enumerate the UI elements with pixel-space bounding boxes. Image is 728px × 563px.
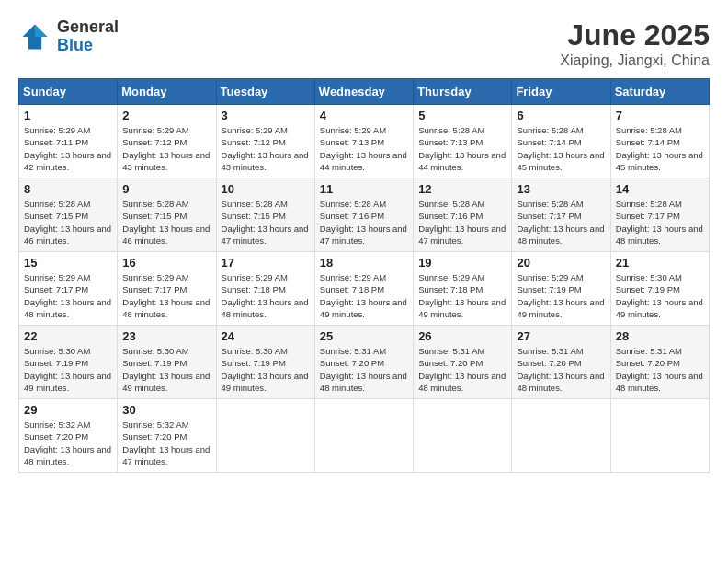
- day-number: 22: [24, 329, 112, 343]
- calendar-cell: 10Sunrise: 5:28 AMSunset: 7:15 PMDayligh…: [216, 178, 314, 252]
- calendar-cell: 21Sunrise: 5:30 AMSunset: 7:19 PMDayligh…: [610, 252, 709, 326]
- calendar-table: Sunday Monday Tuesday Wednesday Thursday…: [18, 78, 710, 473]
- svg-marker-1: [35, 24, 48, 37]
- calendar-cell: [414, 399, 512, 473]
- sunset-text: Sunset: 7:19 PM: [24, 358, 88, 368]
- day-info: Sunrise: 5:29 AMSunset: 7:13 PMDaylight:…: [320, 124, 408, 173]
- sunrise-text: Sunrise: 5:29 AM: [418, 272, 484, 282]
- day-info: Sunrise: 5:28 AMSunset: 7:15 PMDaylight:…: [122, 198, 210, 247]
- sunrise-text: Sunrise: 5:29 AM: [24, 272, 90, 282]
- sunrise-text: Sunrise: 5:32 AM: [122, 419, 188, 430]
- logo-blue: Blue: [57, 37, 119, 55]
- calendar-cell: [314, 399, 413, 473]
- day-number: 14: [616, 182, 704, 196]
- day-number: 16: [122, 256, 210, 270]
- daylight-text: Daylight: 13 hours and 48 minutes.: [122, 297, 210, 319]
- day-number: 30: [122, 403, 210, 417]
- calendar-cell: 14Sunrise: 5:28 AMSunset: 7:17 PMDayligh…: [610, 178, 709, 252]
- sunrise-text: Sunrise: 5:28 AM: [418, 199, 484, 209]
- day-info: Sunrise: 5:29 AMSunset: 7:17 PMDaylight:…: [24, 271, 112, 320]
- sunrise-text: Sunrise: 5:28 AM: [24, 199, 90, 209]
- sunrise-text: Sunrise: 5:29 AM: [222, 272, 288, 282]
- sunset-text: Sunset: 7:18 PM: [418, 284, 483, 294]
- calendar-week-1: 1Sunrise: 5:29 AMSunset: 7:11 PMDaylight…: [19, 105, 710, 178]
- day-info: Sunrise: 5:28 AMSunset: 7:14 PMDaylight:…: [616, 124, 704, 173]
- day-info: Sunrise: 5:28 AMSunset: 7:16 PMDaylight:…: [418, 198, 506, 247]
- col-saturday: Saturday: [610, 79, 709, 105]
- sunset-text: Sunset: 7:13 PM: [418, 137, 483, 147]
- sunset-text: Sunset: 7:16 PM: [418, 211, 483, 221]
- calendar-cell: 25Sunrise: 5:31 AMSunset: 7:20 PMDayligh…: [314, 326, 413, 399]
- day-number: 18: [320, 256, 408, 270]
- sunset-text: Sunset: 7:18 PM: [222, 284, 286, 294]
- calendar-week-4: 22Sunrise: 5:30 AMSunset: 7:19 PMDayligh…: [19, 326, 710, 399]
- day-info: Sunrise: 5:28 AMSunset: 7:17 PMDaylight:…: [616, 198, 704, 247]
- sunset-text: Sunset: 7:17 PM: [24, 284, 88, 294]
- sunrise-text: Sunrise: 5:28 AM: [616, 199, 682, 209]
- calendar-cell: 30Sunrise: 5:32 AMSunset: 7:20 PMDayligh…: [118, 399, 216, 473]
- day-number: 15: [24, 256, 112, 270]
- sunrise-text: Sunrise: 5:30 AM: [24, 346, 90, 356]
- calendar-cell: 26Sunrise: 5:31 AMSunset: 7:20 PMDayligh…: [414, 326, 512, 399]
- sunrise-text: Sunrise: 5:31 AM: [517, 346, 583, 356]
- sunrise-text: Sunrise: 5:28 AM: [418, 125, 484, 135]
- calendar-cell: 27Sunrise: 5:31 AMSunset: 7:20 PMDayligh…: [512, 326, 610, 399]
- calendar-cell: 15Sunrise: 5:29 AMSunset: 7:17 PMDayligh…: [19, 252, 118, 326]
- daylight-text: Daylight: 13 hours and 48 minutes.: [222, 297, 309, 319]
- sunset-text: Sunset: 7:12 PM: [222, 137, 286, 147]
- sunset-text: Sunset: 7:11 PM: [24, 137, 88, 147]
- day-number: 11: [320, 182, 408, 196]
- calendar-cell: 18Sunrise: 5:29 AMSunset: 7:18 PMDayligh…: [314, 252, 413, 326]
- calendar-week-3: 15Sunrise: 5:29 AMSunset: 7:17 PMDayligh…: [19, 252, 710, 326]
- day-number: 20: [517, 256, 605, 270]
- daylight-text: Daylight: 13 hours and 48 minutes.: [418, 371, 506, 393]
- daylight-text: Daylight: 13 hours and 43 minutes.: [222, 150, 309, 172]
- daylight-text: Daylight: 13 hours and 48 minutes.: [24, 297, 111, 319]
- day-info: Sunrise: 5:29 AMSunset: 7:17 PMDaylight:…: [122, 271, 210, 320]
- calendar-cell: 29Sunrise: 5:32 AMSunset: 7:20 PMDayligh…: [19, 399, 118, 473]
- logo-general: General: [57, 18, 119, 37]
- sunrise-text: Sunrise: 5:28 AM: [517, 199, 583, 209]
- calendar-cell: 1Sunrise: 5:29 AMSunset: 7:11 PMDaylight…: [19, 105, 118, 178]
- calendar-cell: 6Sunrise: 5:28 AMSunset: 7:14 PMDaylight…: [512, 105, 610, 178]
- day-info: Sunrise: 5:28 AMSunset: 7:15 PMDaylight:…: [222, 198, 310, 247]
- calendar-cell: 16Sunrise: 5:29 AMSunset: 7:17 PMDayligh…: [118, 252, 216, 326]
- sunset-text: Sunset: 7:20 PM: [24, 431, 88, 442]
- col-tuesday: Tuesday: [216, 79, 314, 105]
- col-monday: Monday: [118, 79, 216, 105]
- sunrise-text: Sunrise: 5:31 AM: [616, 346, 682, 356]
- sunrise-text: Sunrise: 5:29 AM: [122, 125, 188, 135]
- day-info: Sunrise: 5:31 AMSunset: 7:20 PMDaylight:…: [320, 345, 408, 394]
- logo: General Blue: [18, 18, 119, 55]
- day-info: Sunrise: 5:29 AMSunset: 7:19 PMDaylight:…: [517, 271, 605, 320]
- calendar-cell: [512, 399, 610, 473]
- sunset-text: Sunset: 7:17 PM: [517, 211, 581, 221]
- day-info: Sunrise: 5:29 AMSunset: 7:18 PMDaylight:…: [418, 271, 506, 320]
- sunset-text: Sunset: 7:15 PM: [222, 211, 286, 221]
- calendar-cell: 9Sunrise: 5:28 AMSunset: 7:15 PMDaylight…: [118, 178, 216, 252]
- daylight-text: Daylight: 13 hours and 47 minutes.: [320, 224, 407, 246]
- calendar-cell: 2Sunrise: 5:29 AMSunset: 7:12 PMDaylight…: [118, 105, 216, 178]
- sunset-text: Sunset: 7:15 PM: [24, 211, 88, 221]
- sunrise-text: Sunrise: 5:30 AM: [122, 346, 188, 356]
- title-area: June 2025 Xiaping, Jiangxi, China: [560, 18, 710, 69]
- day-info: Sunrise: 5:28 AMSunset: 7:16 PMDaylight:…: [320, 198, 408, 247]
- calendar-cell: 24Sunrise: 5:30 AMSunset: 7:19 PMDayligh…: [216, 326, 314, 399]
- daylight-text: Daylight: 13 hours and 42 minutes.: [24, 150, 111, 172]
- day-info: Sunrise: 5:28 AMSunset: 7:15 PMDaylight:…: [24, 198, 112, 247]
- sunrise-text: Sunrise: 5:29 AM: [122, 272, 188, 282]
- day-number: 17: [222, 256, 310, 270]
- col-sunday: Sunday: [19, 79, 118, 105]
- daylight-text: Daylight: 13 hours and 49 minutes.: [222, 371, 309, 393]
- daylight-text: Daylight: 13 hours and 49 minutes.: [24, 371, 111, 393]
- sunset-text: Sunset: 7:19 PM: [122, 358, 187, 368]
- day-info: Sunrise: 5:32 AMSunset: 7:20 PMDaylight:…: [122, 419, 210, 467]
- day-number: 25: [320, 329, 408, 343]
- day-number: 27: [517, 329, 605, 343]
- daylight-text: Daylight: 13 hours and 45 minutes.: [616, 150, 703, 172]
- day-info: Sunrise: 5:30 AMSunset: 7:19 PMDaylight:…: [222, 345, 310, 394]
- sunrise-text: Sunrise: 5:29 AM: [24, 125, 90, 135]
- day-info: Sunrise: 5:29 AMSunset: 7:18 PMDaylight:…: [320, 271, 408, 320]
- day-number: 24: [222, 329, 310, 343]
- day-number: 21: [616, 256, 704, 270]
